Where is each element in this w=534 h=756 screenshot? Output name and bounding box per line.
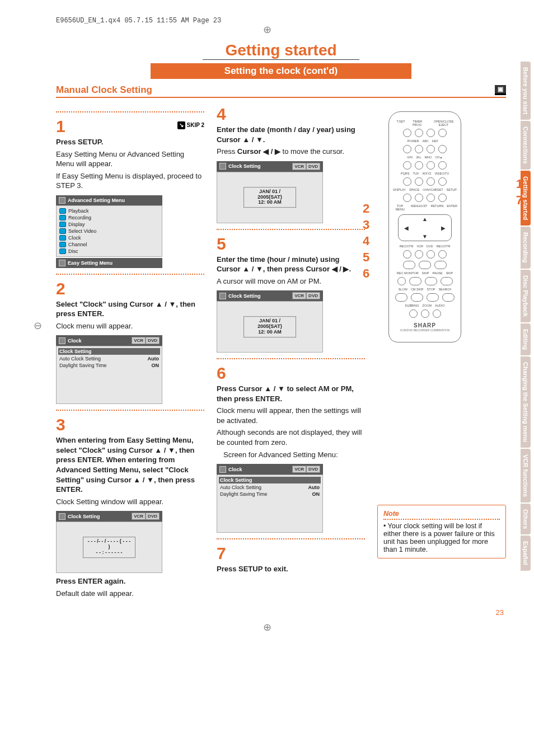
osd-clock-menu-2: Clock VCRDVD Clock Setting Auto Clock Se… <box>217 464 323 533</box>
osd-time-box: JAN/ 01 / 2005(SAT) 12: 00 AM <box>243 316 296 337</box>
btn-label: SETUP <box>447 188 457 191</box>
osd-title: Clock Setting <box>228 293 261 299</box>
remote-button <box>427 129 435 137</box>
remote-button <box>403 177 411 186</box>
time-line: 12: 00 AM <box>247 330 292 335</box>
print-header: E9656UD_EN_1.qx4 05.7.15 11:55 AM Page 2… <box>56 17 506 25</box>
step-6-p2: Although seconds are not displayed, they… <box>217 428 365 447</box>
osd-date: Clock Setting VCRDVD JAN/ 01 / 2005(SAT)… <box>217 161 323 223</box>
time-line: 12: 00 AM <box>247 200 292 206</box>
btn-label: TUV <box>413 172 419 175</box>
btn-label: CM SKIP <box>411 288 424 291</box>
section-heading-text: Manual Clock Setting <box>56 84 152 96</box>
crop-mark-left: ⊖ <box>34 320 42 332</box>
remote-button <box>427 145 435 153</box>
btn-label: REC/OTR <box>400 245 414 248</box>
btn-label: SPACE <box>409 188 419 191</box>
btn-label: PQRS <box>401 172 410 175</box>
tab-dvd: DVD <box>146 513 160 520</box>
btn-label: CH▲ <box>435 156 442 159</box>
remote-button <box>438 250 447 259</box>
section-heading: Manual Clock Setting ▣ <box>56 84 506 98</box>
remote-button <box>403 194 411 202</box>
row-icon <box>59 208 66 214</box>
tab-vcr: VCR <box>132 513 146 520</box>
btn-label: STOP <box>427 288 435 291</box>
step-2-head: Select "Clock" using Cursor ▲ / ▼, then … <box>56 299 204 319</box>
date-line: JAN/ 01 / 2005(SAT) <box>247 189 292 200</box>
step-2-p1: Clock menu will appear. <box>56 321 204 331</box>
remote-button <box>434 261 447 269</box>
note-heading: Note <box>383 510 500 520</box>
remote-button <box>421 309 429 318</box>
step-3-head: When entering from Easy Setting Menu, se… <box>56 435 204 494</box>
step-1-head: Press SETUP. <box>56 137 204 147</box>
callout-num: 1 <box>516 177 523 190</box>
osd-title: Clock <box>68 338 82 344</box>
side-tab: Connections <box>521 121 531 170</box>
osd-footer: Easy Setting Menu <box>68 260 113 266</box>
osd-title: Advanced Setting Menu <box>68 198 125 203</box>
tab-dvd: DVD <box>306 292 320 299</box>
side-tab: Before you start <box>521 62 531 120</box>
btn-label: DUBBING <box>405 304 419 307</box>
remote-button <box>415 250 423 259</box>
osd-item: Recording <box>68 215 91 220</box>
osd-clock-setting-blank: Clock Setting VCRDVD - - - /- - / - - - … <box>56 511 162 573</box>
remote-button <box>427 161 435 170</box>
btn-label: OPEN/CLOSE EJECT <box>430 120 457 126</box>
remote-button <box>438 177 447 186</box>
side-tab: Español <box>521 536 531 571</box>
dpad-up-icon: ▲ <box>422 216 428 222</box>
remote-button <box>403 145 411 153</box>
row-icon <box>59 228 66 234</box>
step-4-number: 4 <box>217 106 365 123</box>
remote-illustration: T.SETTIMER PROG.OPEN/CLOSE EJECT POWERAB… <box>388 111 461 342</box>
step-number-text: 1 <box>56 117 65 135</box>
clock-icon <box>219 466 226 473</box>
cursor-bold: Cursor ◀ / ▶ <box>237 147 280 156</box>
osd-row-val: ON <box>312 491 320 497</box>
btn-label: SKIP <box>446 271 453 275</box>
page-title: Getting started <box>203 41 359 60</box>
side-tab: Disc Playback <box>521 270 531 322</box>
btn-label: DVD <box>427 245 433 248</box>
placeholder-time: - - : - - - - - - <box>87 550 132 556</box>
btn-label: PAUSE <box>432 271 442 275</box>
osd-item: Clock <box>68 235 81 241</box>
menu-icon <box>59 260 65 266</box>
btn-label: WXYZ <box>423 172 432 175</box>
tab-dvd: DVD <box>306 466 320 473</box>
clock-icon <box>59 337 65 344</box>
date-line: JAN/ 01 / 2005(SAT) <box>247 318 292 330</box>
remote-button <box>427 194 435 202</box>
skip-label: SKIP 2 <box>187 122 205 128</box>
btn-label: TOP MENU <box>392 204 407 211</box>
row-icon <box>59 215 66 220</box>
remote-button <box>438 129 447 137</box>
remote-button <box>409 309 418 318</box>
row-icon <box>59 222 66 227</box>
callout-num: 5 <box>363 251 369 264</box>
osd-clock-menu: Clock VCRDVD Clock Setting Auto Clock Se… <box>56 335 162 404</box>
clock-icon <box>59 513 65 520</box>
btn-label: JKL <box>416 156 421 159</box>
remote-button <box>427 293 439 302</box>
btn-label: MENU/LIST <box>411 204 427 211</box>
btn-label: AUDIO <box>435 304 444 307</box>
btn-label: VIDEO/TV <box>434 172 449 175</box>
osd-item: Display <box>68 222 85 227</box>
clock-icon <box>219 163 226 170</box>
tab-vcr: VCR <box>132 337 146 344</box>
osd-time: Clock Setting VCRDVD JAN/ 01 / 2005(SAT)… <box>217 290 323 353</box>
remote-button <box>415 177 423 186</box>
side-tab: Changing the Setting menu <box>521 356 531 448</box>
btn-label: ENTER <box>447 204 457 211</box>
osd-placeholder: - - - /- - / - - - - ( - - - ) - - : - -… <box>83 537 135 558</box>
remote-dpad: ▲ ▼ ◀ ▶ <box>398 214 452 241</box>
step-5-number: 5 <box>217 236 365 252</box>
tab-vcr: VCR <box>292 163 306 170</box>
step-7-number: 7 <box>217 545 365 562</box>
osd-title: Clock <box>228 467 242 472</box>
crop-mark-top: ⊕ <box>263 24 271 36</box>
